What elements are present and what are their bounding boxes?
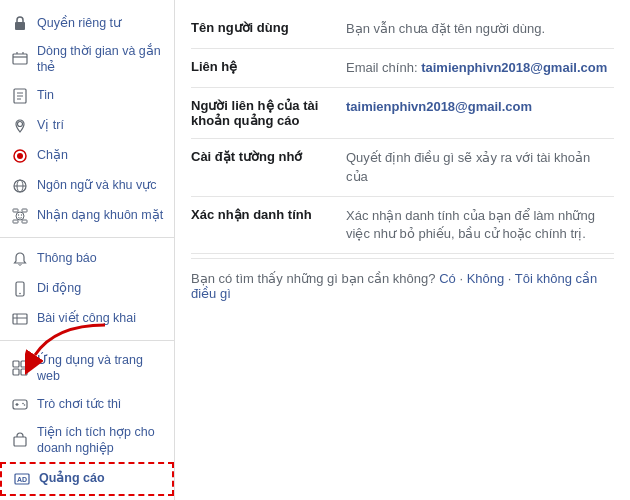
value-lien-he: Email chính: taimienphivn2018@gmail.com (346, 59, 614, 77)
location-icon (10, 116, 30, 136)
svg-point-35 (24, 404, 26, 406)
sidebar-label: Thông báo (37, 250, 97, 266)
sidebar-item-ngon-ngu[interactable]: Ngôn ngữ và khu vực (0, 171, 174, 201)
timeline-icon (10, 49, 30, 69)
label-xac-nhan: Xác nhận danh tính (191, 207, 346, 222)
settings-row-nguoi-lien-he: Người liên hệ của tài khoản quảng cáo ta… (191, 88, 614, 139)
svg-point-23 (19, 292, 21, 294)
svg-rect-36 (14, 437, 26, 446)
divider-2 (0, 340, 174, 341)
sidebar-item-bai-viet[interactable]: Bài viết công khai (0, 304, 174, 334)
business-icon (10, 430, 30, 450)
feedback-dot-1: · (508, 271, 515, 286)
sidebar-label: Tin (37, 87, 54, 103)
sidebar-item-quang-cao[interactable]: AD Quảng cáo (0, 462, 174, 496)
svg-rect-18 (22, 220, 27, 223)
sidebar-label: Quảng cáo (39, 470, 105, 486)
face-icon (10, 206, 30, 226)
apps-icon (10, 358, 30, 378)
sidebar-label: Nhận dạng khuôn mặt (37, 207, 163, 223)
svg-point-19 (16, 212, 24, 220)
svg-rect-29 (13, 369, 19, 375)
svg-text:AD: AD (17, 476, 27, 483)
sidebar-item-tro-choi[interactable]: Trò chơi tức thì (0, 389, 174, 419)
label-ten-nguoi-dung: Tên người dùng (191, 20, 346, 35)
sidebar-item-di-dong[interactable]: Di động (0, 274, 174, 304)
sidebar-label: Di động (37, 280, 81, 296)
value-nguoi-lien-he: taimienphivn2018@gmail.com (346, 98, 614, 116)
sidebar-item-tien-ich[interactable]: Tiện ích tích hợp cho doanh nghiệp (0, 419, 174, 462)
feedback-link-khong[interactable]: Không (467, 271, 505, 286)
svg-rect-30 (21, 369, 27, 375)
sidebar-label: Chặn (37, 147, 68, 163)
lock-icon (10, 13, 30, 33)
label-cai-dat: Cài đặt tường nhớ (191, 149, 346, 164)
sidebar-item-quyen-rieng-tu[interactable]: Quyền riêng tư (0, 8, 174, 38)
sidebar-section-notifications: Thông báo Di động Bài viết công khai (0, 244, 174, 334)
sidebar-label: Bài viết công khai (37, 310, 136, 326)
main-content: Tên người dùng Bạn vẫn chưa đặt tên ngườ… (175, 0, 630, 500)
sidebar-item-dong-thoi-gian[interactable]: Dòng thời gian và gắn thẻ (0, 38, 174, 81)
sidebar-item-tin[interactable]: Tin (0, 81, 174, 111)
public-post-icon (10, 309, 30, 329)
sidebar-section-apps: Ứng dụng và trang web Trò chơi tức thì (0, 347, 174, 501)
value-xac-nhan: Xác nhận danh tính của bạn để làm những … (346, 207, 614, 243)
svg-rect-27 (13, 361, 19, 367)
settings-row-xac-nhan: Xác nhận danh tính Xác nhận danh tính củ… (191, 197, 614, 254)
feedback-text: Bạn có tìm thấy những gì bạn cần không? (191, 271, 436, 286)
svg-point-21 (21, 214, 22, 215)
sidebar-label: Vị trí (37, 117, 64, 133)
label-lien-he: Liên hệ (191, 59, 346, 74)
svg-rect-24 (13, 314, 27, 324)
svg-point-9 (18, 121, 23, 126)
sidebar-item-ung-dung[interactable]: Ứng dụng và trang web (0, 347, 174, 390)
svg-point-34 (22, 403, 24, 405)
value-ten-nguoi-dung: Bạn vẫn chưa đặt tên người dùng. (346, 20, 614, 38)
svg-rect-17 (13, 220, 18, 223)
sidebar-label: Ứng dụng và trang web (37, 352, 166, 385)
bell-icon (10, 249, 30, 269)
sidebar-item-nhan-dang[interactable]: Nhận dạng khuôn mặt (0, 201, 174, 231)
mobile-icon (10, 279, 30, 299)
block-icon (10, 146, 30, 166)
svg-point-20 (18, 214, 19, 215)
sidebar-label: Ngôn ngữ và khu vực (37, 177, 157, 193)
settings-row-cai-dat: Cài đặt tường nhớ Quyết định điều gì sẽ … (191, 139, 614, 196)
language-icon (10, 176, 30, 196)
label-nguoi-lien-he: Người liên hệ của tài khoản quảng cáo (191, 98, 346, 128)
sidebar-label: Quyền riêng tư (37, 15, 121, 31)
sidebar-item-chan[interactable]: Chặn (0, 141, 174, 171)
svg-point-11 (17, 153, 23, 159)
ad-email: taimienphivn2018@gmail.com (346, 99, 532, 114)
settings-row-ten-nguoi-dung: Tên người dùng Bạn vẫn chưa đặt tên ngườ… (191, 10, 614, 49)
sidebar-label: Tiện ích tích hợp cho doanh nghiệp (37, 424, 166, 457)
sidebar: Quyền riêng tư Dòng thời gian và gắn thẻ (0, 0, 175, 500)
sidebar-label: Dòng thời gian và gắn thẻ (37, 43, 166, 76)
sidebar-item-thong-bao[interactable]: Thông báo (0, 244, 174, 274)
divider-1 (0, 237, 174, 238)
svg-rect-1 (13, 54, 27, 64)
svg-rect-28 (21, 361, 27, 367)
settings-row-lien-he: Liên hệ Email chính: taimienphivn2018@gm… (191, 49, 614, 88)
email-prefix: Email chính: (346, 60, 421, 75)
svg-rect-0 (15, 22, 25, 30)
feedback-dot-0: · (459, 271, 466, 286)
ad-icon: AD (12, 469, 32, 489)
svg-rect-16 (22, 209, 27, 212)
svg-rect-15 (13, 209, 18, 212)
email-link[interactable]: taimienphivn2018@gmail.com (421, 60, 607, 75)
feedback-row: Bạn có tìm thấy những gì bạn cần không? … (191, 258, 614, 313)
sidebar-section-privacy: Quyền riêng tư Dòng thời gian và gắn thẻ (0, 8, 174, 231)
sidebar-item-vi-tri[interactable]: Vị trí (0, 111, 174, 141)
feedback-link-co[interactable]: Có (439, 271, 456, 286)
stories-icon (10, 86, 30, 106)
value-cai-dat: Quyết định điều gì sẽ xảy ra với tài kho… (346, 149, 614, 185)
game-icon (10, 394, 30, 414)
sidebar-label: Trò chơi tức thì (37, 396, 121, 412)
sidebar-item-thanh-toan[interactable]: Thanh toán (0, 496, 174, 501)
